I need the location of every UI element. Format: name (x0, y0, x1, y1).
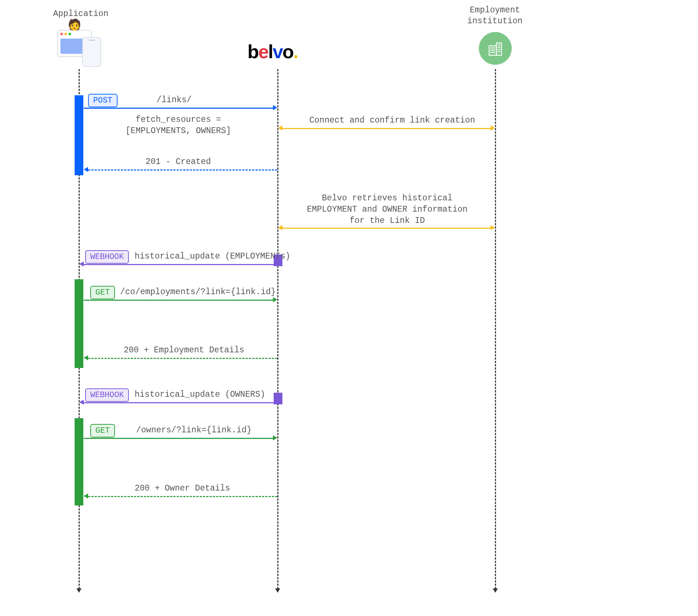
arrowhead-icon (84, 167, 88, 172)
arrowhead-icon (273, 297, 277, 302)
user-face-icon: 🧑 (68, 18, 81, 32)
message-label: historical_update (EMPLOYMENTs) (135, 252, 290, 261)
phone-icon (82, 37, 101, 67)
arrow (282, 128, 491, 129)
arrow (88, 496, 277, 497)
building-icon (486, 39, 504, 57)
activation-bar (75, 418, 83, 505)
arrowhead-icon (273, 435, 277, 440)
activation-bar (75, 279, 83, 368)
arrowhead-icon (278, 125, 282, 131)
message-label: 200 + Employment Details (124, 345, 244, 355)
institution-icon (479, 32, 512, 65)
arrowhead-icon (278, 225, 282, 230)
participant-institution-label: Employment institution (455, 5, 535, 27)
arrowhead-icon (491, 225, 495, 230)
sequence-diagram: Application 🧑 belvo. Employment institut… (0, 0, 698, 616)
lifeline-institution (495, 69, 496, 589)
lifeline-arrowhead-icon (493, 588, 498, 593)
arrowhead-icon (273, 105, 277, 110)
message-label: /co/employments/?link={link.id} (120, 287, 276, 297)
arrow (88, 358, 277, 359)
message-label: /links/ (156, 95, 192, 105)
message-label: historical_update (OWNERS) (135, 390, 265, 399)
belvo-logo: belvo. (247, 41, 298, 63)
get-badge: GET (90, 286, 115, 299)
post-badge: POST (88, 94, 118, 107)
arrowhead-icon (79, 400, 84, 405)
lifeline-arrowhead-icon (76, 588, 82, 593)
arrowhead-icon (84, 493, 88, 499)
arrowhead-icon (79, 261, 84, 267)
arrow (88, 169, 277, 171)
webhook-badge: WEBHOOK (85, 250, 129, 264)
arrow (84, 264, 274, 265)
message-label: 201 - Created (146, 157, 211, 167)
message-label: Connect and confirm link creation (309, 116, 475, 125)
arrow (282, 228, 491, 229)
arrowhead-icon (491, 125, 495, 131)
webhook-badge: WEBHOOK (85, 388, 129, 402)
activation-bar (75, 95, 83, 175)
arrow (84, 438, 274, 439)
arrow (84, 402, 274, 403)
message-label: fetch_resources = [EMPLOYMENTS, OWNERS] (116, 114, 240, 137)
arrowhead-icon (84, 355, 88, 360)
activation-bar (274, 393, 282, 404)
message-label: 200 + Owner Details (135, 484, 230, 493)
message-label: Belvo retrieves historical EMPLOYMENT an… (296, 193, 478, 227)
arrow (84, 300, 274, 301)
get-badge: GET (90, 424, 115, 437)
message-label: /owners/?link={link.id} (136, 425, 251, 435)
lifeline-belvo (277, 69, 278, 589)
application-icon: 🧑 (57, 26, 101, 63)
lifeline-arrowhead-icon (275, 588, 280, 593)
arrow (84, 108, 274, 109)
